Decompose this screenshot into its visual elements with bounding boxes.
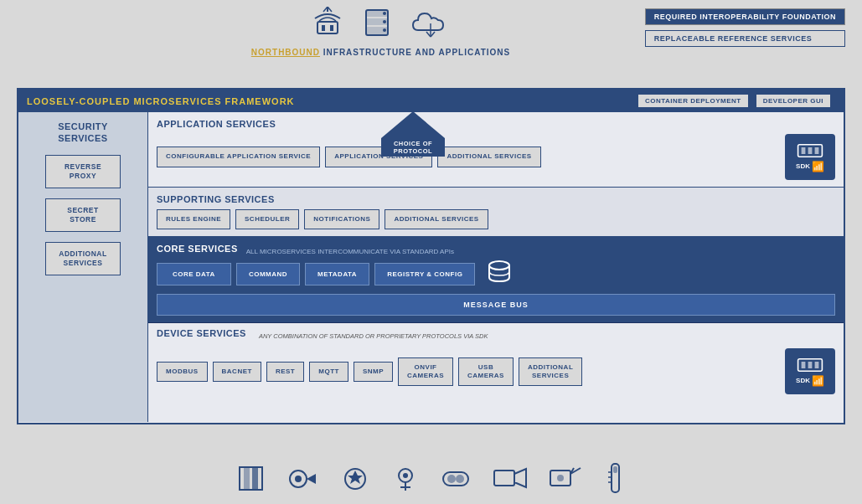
container-deployment-button[interactable]: CONTAINER DEPLOYMENT xyxy=(637,94,749,108)
svg-rect-18 xyxy=(808,147,813,154)
sdk-label-app: SDK xyxy=(796,162,810,170)
bottom-icons-row xyxy=(17,462,845,500)
northbound-area: NORTHBOUND INFRASTRUCTURE AND APPLICATIO… xyxy=(168,7,594,57)
device-title-row: DEVICE SERVICES ANY COMBINATION OF STAND… xyxy=(157,328,835,343)
core-services-title: CORE SERVICES xyxy=(157,244,238,254)
svg-rect-49 xyxy=(613,466,617,473)
svg-point-42 xyxy=(557,475,564,481)
sdk-wifi-icon-device: 📶 xyxy=(812,375,824,387)
sdk-area-device: SDK 📶 xyxy=(785,348,835,394)
northbound-icons xyxy=(168,7,594,44)
notifications-box[interactable]: NOTIFICATIONS xyxy=(304,209,379,229)
command-box[interactable]: COMMAND xyxy=(236,263,300,285)
legend-replaceable: REPLACEABLE REFERENCE SERVICES xyxy=(645,30,845,47)
northbound-label: NORTHBOUND INFRASTRUCTURE AND APPLICATIO… xyxy=(168,48,594,57)
svg-rect-22 xyxy=(802,362,806,368)
reverse-proxy-box[interactable]: REVERSEPROXY xyxy=(45,155,121,188)
bottom-icon-1 xyxy=(236,464,266,499)
bottom-icon-8 xyxy=(605,462,626,500)
legend-required: REQUIRED INTEROPERABILITY FOUNDATION xyxy=(645,8,845,25)
core-services-section: CORE SERVICES ALL MICROSERVICES INTERCOM… xyxy=(148,237,844,323)
additional-services-app-box[interactable]: ADDITIONAL SERVICES xyxy=(437,147,540,167)
svg-point-11 xyxy=(383,20,386,23)
device-services-subtitle: ANY COMBINATION OF STANDARD OR PROPRIETA… xyxy=(259,332,488,340)
device-services-title: DEVICE SERVICES xyxy=(157,328,246,338)
core-data-box[interactable]: CORE DATA xyxy=(157,263,231,285)
northbound-highlight: NORTHBOUND xyxy=(251,48,320,57)
device-services-section: DEVICE SERVICES ANY COMBINATION OF STAND… xyxy=(148,323,844,422)
usb-cameras-box[interactable]: USBCAMERAS xyxy=(458,357,514,387)
bacnet-box[interactable]: BACNET xyxy=(213,362,261,382)
bottom-icon-7 xyxy=(549,464,584,499)
svg-point-29 xyxy=(295,476,302,482)
main-container: REQUIRED INTEROPERABILITY FOUNDATION REP… xyxy=(0,0,862,504)
secret-store-box[interactable]: SECRETSTORE xyxy=(45,198,121,232)
svg-rect-39 xyxy=(494,471,514,486)
svg-point-38 xyxy=(456,475,464,483)
svg-rect-2 xyxy=(330,25,333,31)
bottom-icon-4 xyxy=(392,464,419,499)
bottom-icon-5 xyxy=(440,464,472,499)
onvif-cameras-box[interactable]: ONVIFCAMERAS xyxy=(398,357,453,387)
supporting-services-boxes: RULES ENGINE SCHEDULER NOTIFICATIONS ADD… xyxy=(157,209,835,229)
additional-services-supporting-box[interactable]: ADDITIONAL SERVICES xyxy=(385,209,488,229)
svg-point-37 xyxy=(447,475,456,483)
device-services-boxes: MODBUS BACNET REST MQTT SNMP ONVIFCAMERA… xyxy=(157,348,835,394)
wifi-router-icon xyxy=(311,7,344,44)
sdk-label-device: SDK xyxy=(796,377,810,384)
application-services-boxes: CONFIGURABLE APPLICATION SERVICE APPLICA… xyxy=(157,134,835,180)
svg-rect-27 xyxy=(252,467,258,490)
developer-gui-button[interactable]: DEVELOPER GUI xyxy=(756,94,831,108)
svg-rect-24 xyxy=(815,362,819,368)
choice-of-protocol-label: CHOICE OFPROTOCOL xyxy=(381,138,445,157)
modbus-box[interactable]: MODBUS xyxy=(157,362,208,382)
rules-engine-box[interactable]: RULES ENGINE xyxy=(157,209,230,229)
mqtt-box[interactable]: MQTT xyxy=(309,362,348,382)
svg-marker-30 xyxy=(307,474,316,484)
metadata-box[interactable]: METADATA xyxy=(305,263,369,285)
legend-area: REQUIRED INTEROPERABILITY FOUNDATION REP… xyxy=(645,8,845,47)
database-icon xyxy=(487,259,512,289)
snmp-box[interactable]: SNMP xyxy=(354,362,393,382)
bottom-icon-6 xyxy=(493,464,528,499)
sdk-box-app: SDK 📶 xyxy=(785,134,835,180)
application-services-title: APPLICATION SERVICES xyxy=(157,119,835,129)
choice-triangle xyxy=(381,111,445,138)
application-services-section: APPLICATION SERVICES CONFIGURABLE APPLIC… xyxy=(148,112,844,188)
core-title-row: CORE SERVICES ALL MICROSERVICES INTERCOM… xyxy=(157,244,835,259)
svg-point-20 xyxy=(489,261,509,270)
rest-box[interactable]: REST xyxy=(266,362,304,382)
sdk-area-app: SDK 📶 xyxy=(785,134,835,180)
svg-rect-17 xyxy=(802,147,806,154)
svg-rect-25 xyxy=(240,467,262,490)
svg-point-33 xyxy=(403,473,408,478)
choice-of-protocol-area: CHOICE OFPROTOCOL xyxy=(381,111,445,157)
message-bus-box[interactable]: MESSAGE BUS xyxy=(157,294,835,316)
additional-services-sidebar-box[interactable]: ADDITIONALSERVICES xyxy=(45,242,121,275)
svg-rect-19 xyxy=(815,147,819,154)
cloud-icon xyxy=(410,7,452,44)
server-icon xyxy=(361,7,393,44)
svg-rect-0 xyxy=(317,22,338,33)
framework-title-bar: LOOSELY-COUPLED MICROSERVICES FRAMEWORK … xyxy=(18,90,844,112)
svg-rect-26 xyxy=(244,467,250,490)
top-buttons: CONTAINER DEPLOYMENT DEVELOPER GUI xyxy=(637,94,831,108)
svg-rect-1 xyxy=(322,25,325,31)
svg-marker-40 xyxy=(514,469,526,487)
supporting-services-section: SUPPORTING SERVICES RULES ENGINE SCHEDUL… xyxy=(148,188,844,237)
configurable-app-service-box[interactable]: CONFIGURABLE APPLICATION SERVICE xyxy=(157,147,320,167)
sdk-wifi-icon-app: 📶 xyxy=(812,161,824,172)
scheduler-box[interactable]: SCHEDULER xyxy=(235,209,299,229)
core-services-boxes: CORE DATA COMMAND METADATA REGISTRY & CO… xyxy=(157,259,835,289)
additional-services-device-box[interactable]: ADDITIONALSERVICES xyxy=(519,357,582,387)
svg-point-10 xyxy=(383,12,386,15)
svg-rect-23 xyxy=(808,362,813,368)
framework-title: LOOSELY-COUPLED MICROSERVICES FRAMEWORK xyxy=(27,96,637,106)
registry-config-box[interactable]: REGISTRY & CONFIG xyxy=(374,263,475,285)
sdk-box-device: SDK 📶 xyxy=(785,348,835,394)
left-sidebar: SECURITYSERVICES REVERSEPROXY SECRETSTOR… xyxy=(18,112,148,422)
core-services-subtitle: ALL MICROSERVICES INTERCOMMUNICATE VIA S… xyxy=(246,248,454,255)
svg-point-12 xyxy=(383,28,386,32)
inner-layout: SECURITYSERVICES REVERSEPROXY SECRETSTOR… xyxy=(18,112,844,422)
bottom-icon-2 xyxy=(286,464,318,499)
